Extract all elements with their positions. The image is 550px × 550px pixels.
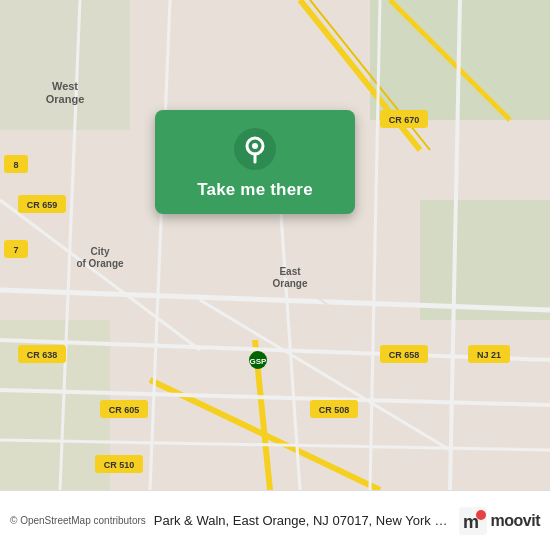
map-roads: CR 659 CR 670 CR 638 CR 605 CR 658 CR 50… [0,0,550,490]
svg-text:Orange: Orange [272,278,307,289]
svg-text:CR 508: CR 508 [319,405,350,415]
map-container: CR 659 CR 670 CR 638 CR 605 CR 658 CR 50… [0,0,550,490]
svg-text:West: West [52,80,78,92]
svg-text:CR 659: CR 659 [27,200,58,210]
svg-text:CR 605: CR 605 [109,405,140,415]
moovit-icon: m [459,507,487,535]
svg-text:of Orange: of Orange [76,258,124,269]
map-attribution: © OpenStreetMap contributors [10,515,146,526]
svg-text:NJ 21: NJ 21 [477,350,501,360]
svg-text:CR 658: CR 658 [389,350,420,360]
location-card[interactable]: Take me there [155,110,355,214]
bottom-bar: © OpenStreetMap contributors Park & Waln… [0,490,550,550]
svg-point-55 [476,510,486,520]
moovit-label: moovit [491,512,540,530]
svg-text:CR 510: CR 510 [104,460,135,470]
take-me-there-button[interactable]: Take me there [197,180,313,200]
svg-text:East: East [279,266,301,277]
svg-rect-3 [0,0,130,130]
svg-rect-2 [420,200,550,320]
svg-text:8: 8 [13,160,18,170]
svg-text:GSP: GSP [250,357,268,366]
svg-text:City: City [91,246,110,257]
pin-icon [234,128,276,170]
location-text: Park & Waln, East Orange, NJ 07017, New … [146,513,459,528]
moovit-logo: m moovit [459,507,540,535]
svg-text:CR 670: CR 670 [389,115,420,125]
svg-text:CR 638: CR 638 [27,350,58,360]
svg-text:Orange: Orange [46,93,85,105]
svg-text:7: 7 [13,245,18,255]
svg-point-52 [252,143,258,149]
